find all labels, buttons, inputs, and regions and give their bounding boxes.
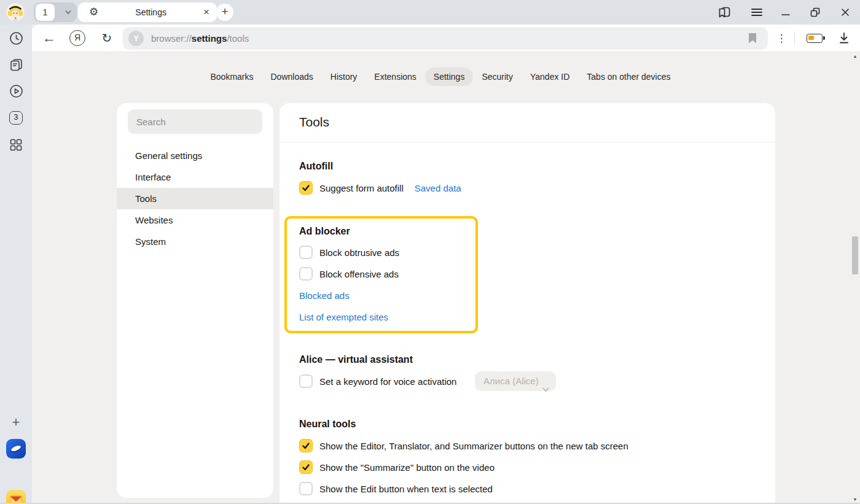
profile-avatar[interactable] [6, 3, 25, 21]
menu-icon[interactable] [749, 5, 764, 20]
nav-tab-settings[interactable]: Settings [425, 68, 474, 86]
scroll-up-icon[interactable]: ▲ [851, 54, 859, 58]
sidebar-item-tools[interactable]: Tools [117, 188, 273, 209]
toolbar: ← Я ↻ Y browser://settings/tools ⋮ [32, 25, 860, 52]
restore-icon[interactable] [808, 5, 823, 20]
bookmark-icon[interactable] [748, 33, 757, 46]
feed-icon[interactable] [0, 57, 32, 72]
section-title-autofill: Autofill [299, 161, 333, 172]
video-play-icon[interactable] [0, 83, 32, 98]
nav-tab-downloads[interactable]: Downloads [262, 68, 322, 86]
settings-content: Tools Autofill Suggest form autofill Sav… [280, 103, 775, 504]
suggest-form-autofill-checkbox[interactable] [299, 181, 313, 195]
apps-grid-icon[interactable] [0, 138, 32, 152]
block-obtrusive-row: Block obtrusive ads [299, 245, 399, 260]
side-panel-icon[interactable] [717, 5, 732, 20]
alice-keyword-row: Set a keyword for voice activation [299, 374, 456, 389]
header-divider [280, 142, 775, 142]
block-offensive-ads-label: Block offensive ads [319, 269, 399, 279]
mail-app-icon[interactable] [0, 490, 32, 504]
settings-nav-tabs: Bookmarks Downloads History Extensions S… [32, 68, 849, 86]
nav-tab-yandex-id[interactable]: Yandex ID [522, 68, 578, 86]
scroll-down-icon[interactable]: ▼ [851, 497, 859, 502]
tab-close-icon[interactable]: × [203, 3, 209, 21]
add-shortcut-button[interactable]: + [0, 415, 32, 430]
chevron-down-icon[interactable] [64, 8, 72, 19]
alice-keyword-value: Алиса (Alice) [483, 376, 539, 386]
history-clock-icon[interactable] [0, 31, 32, 45]
summarize-video-label: Show the "Summarize" button on the video [319, 462, 495, 473]
sidebar-item-system[interactable]: System [117, 231, 273, 252]
settings-menu: General settings Interface Tools Website… [117, 145, 273, 252]
url-scheme: browser:// [151, 33, 192, 44]
neural-row-2: Show the "Summarize" button on the video [299, 460, 495, 475]
voice-activation-keyword-checkbox[interactable] [299, 374, 313, 388]
search-input[interactable] [128, 109, 262, 134]
exempted-sites-link[interactable]: List of exempted sites [299, 312, 388, 322]
chevron-down-icon [542, 379, 549, 399]
alice-avatar-icon [6, 3, 25, 21]
disk-app-icon[interactable] [0, 439, 32, 459]
block-offensive-row: Block offensive ads [299, 266, 399, 281]
yandex-logo-icon: Я [69, 30, 85, 46]
titlebar: 1 ⚙ Settings × + [0, 0, 860, 25]
tab-group[interactable]: 1 [34, 2, 77, 22]
settings-sidebar: General settings Interface Tools Website… [117, 103, 273, 498]
checkmark-icon [302, 184, 310, 192]
neural-row-1: Show the Editor, Translator, and Summari… [299, 438, 628, 453]
gear-icon: ⚙ [89, 2, 98, 22]
browser-window: 1 ⚙ Settings × + [0, 0, 860, 504]
close-icon[interactable] [838, 5, 853, 20]
nav-tab-bookmarks[interactable]: Bookmarks [201, 68, 262, 86]
suggest-form-autofill-label: Suggest form autofill [319, 183, 404, 193]
scrollbar-thumb[interactable] [852, 236, 858, 274]
alice-keyword-dropdown[interactable]: Алиса (Alice) [475, 371, 556, 391]
editor-translator-summarizer-label: Show the Editor, Translator, and Summari… [319, 441, 628, 451]
neural-row-3: Show the Edit button when text is select… [299, 481, 493, 496]
tab-group-count[interactable]: 1 [36, 4, 55, 21]
downloads-icon[interactable] [835, 25, 853, 52]
active-tab[interactable]: ⚙ Settings × [78, 2, 217, 22]
refresh-icon[interactable]: ↻ [98, 25, 115, 52]
section-title-alice: Alice — virtual assistant [299, 354, 413, 365]
url-text[interactable]: browser://settings/tools [151, 27, 249, 50]
new-tab-button[interactable]: + [216, 4, 233, 21]
url-host: settings [192, 33, 227, 44]
edit-button-label: Show the Edit button when text is select… [319, 484, 493, 494]
sidebar-item-general-settings[interactable]: General settings [117, 145, 273, 166]
ad-blocker-highlight-box: Ad blocker Block obtrusive ads Block off… [284, 216, 478, 333]
summarize-video-checkbox[interactable] [299, 460, 313, 474]
block-offensive-ads-checkbox[interactable] [299, 267, 313, 281]
tabs-count-badge: 3 [9, 111, 23, 125]
kebab-menu-icon[interactable]: ⋮ [774, 25, 789, 52]
sidebar-item-interface[interactable]: Interface [117, 166, 273, 188]
block-obtrusive-ads-checkbox[interactable] [299, 246, 313, 259]
tab-title: Settings [98, 7, 203, 17]
saved-data-link[interactable]: Saved data [415, 183, 461, 193]
section-title-neural-tools: Neural tools [299, 419, 356, 430]
section-title-ad-blocker: Ad blocker [299, 226, 350, 237]
nav-tab-security[interactable]: Security [473, 68, 522, 86]
nav-tab-history[interactable]: History [322, 68, 366, 86]
autofill-suggest-row: Suggest form autofill Saved data [299, 180, 461, 195]
page-title: Tools [299, 115, 329, 130]
yandex-home-button[interactable]: Я [69, 25, 86, 52]
url-path: /tools [227, 33, 249, 44]
nav-tab-other-devices[interactable]: Tabs on other devices [578, 68, 679, 86]
blocked-ads-link[interactable]: Blocked ads [299, 290, 350, 301]
block-obtrusive-ads-label: Block obtrusive ads [319, 247, 399, 258]
protect-shield-icon[interactable]: Y [128, 31, 144, 46]
minimize-icon[interactable] [778, 5, 793, 20]
edit-button-checkbox[interactable] [299, 482, 313, 495]
toolbar-divider [794, 31, 795, 45]
tabs-counter-button[interactable]: 3 [0, 110, 32, 125]
sidebar-item-websites[interactable]: Websites [117, 209, 273, 231]
back-button[interactable]: ← [41, 25, 58, 52]
nav-tab-extensions[interactable]: Extensions [366, 68, 424, 86]
battery-saver-icon[interactable] [805, 25, 824, 52]
voice-activation-keyword-label: Set a keyword for voice activation [319, 376, 456, 387]
left-rail: 3 + [0, 25, 32, 504]
scrollbar[interactable]: ▲ ▼ [851, 53, 859, 504]
editor-translator-summarizer-checkbox[interactable] [299, 439, 313, 452]
address-bar[interactable]: Y browser://settings/tools [123, 27, 768, 50]
